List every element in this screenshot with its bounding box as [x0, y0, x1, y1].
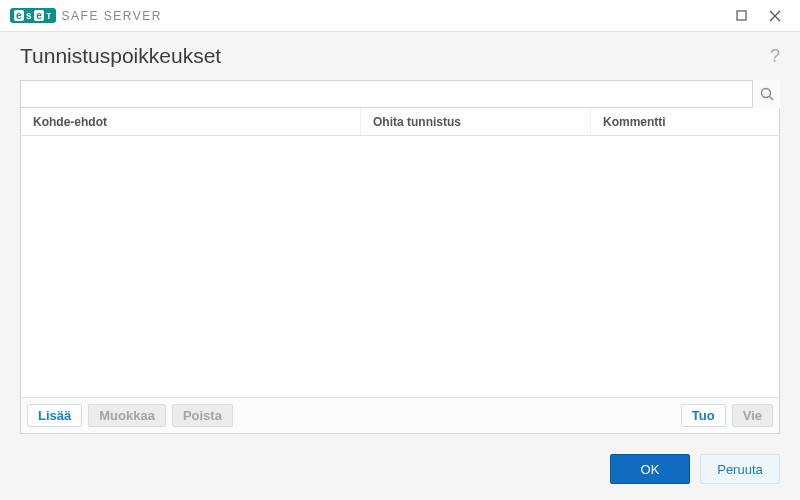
titlebar: eseт SAFE SERVER [0, 0, 800, 32]
table-action-bar: Lisää Muokkaa Poista Tuo Vie [21, 397, 779, 433]
column-label: Kommentti [603, 115, 666, 129]
window-close-button[interactable] [758, 0, 792, 32]
column-header-skip[interactable]: Ohita tunnistus [361, 108, 591, 135]
ok-button[interactable]: OK [610, 454, 690, 484]
add-button[interactable]: Lisää [27, 404, 82, 427]
search-icon [760, 87, 774, 101]
exclusions-table: Kohde-ehdot Ohita tunnistus Kommentti Li… [20, 107, 780, 434]
column-label: Kohde-ehdot [33, 115, 107, 129]
column-header-comment[interactable]: Kommentti [591, 108, 779, 135]
search-input[interactable] [20, 80, 780, 108]
brand-badge: eseт [10, 8, 56, 23]
column-label: Ohita tunnistus [373, 115, 461, 129]
search-button[interactable] [752, 80, 780, 108]
product-name: SAFE SERVER [62, 9, 162, 23]
import-button[interactable]: Tuo [681, 404, 726, 427]
svg-line-4 [769, 97, 773, 101]
column-header-target[interactable]: Kohde-ehdot [21, 108, 361, 135]
cancel-button[interactable]: Peruuta [700, 454, 780, 484]
delete-button[interactable]: Poista [172, 404, 233, 427]
page-title: Tunnistuspoikkeukset [20, 44, 221, 68]
page-body: Tunnistuspoikkeukset ? Kohde-ehdot Ohita… [0, 32, 800, 500]
help-icon: ? [770, 46, 780, 66]
edit-button[interactable]: Muokkaa [88, 404, 166, 427]
page-header: Tunnistuspoikkeukset ? [20, 44, 780, 68]
table-body [21, 136, 779, 397]
svg-rect-0 [737, 11, 746, 20]
table-header: Kohde-ehdot Ohita tunnistus Kommentti [21, 108, 779, 136]
export-button[interactable]: Vie [732, 404, 773, 427]
search-row [20, 80, 780, 108]
square-icon [736, 10, 747, 21]
window-maximize-button[interactable] [724, 0, 758, 32]
close-icon [769, 10, 781, 22]
help-button[interactable]: ? [770, 46, 780, 67]
svg-point-3 [761, 89, 770, 98]
dialog-footer: OK Peruuta [20, 454, 780, 484]
brand-logo: eseт SAFE SERVER [10, 8, 162, 23]
